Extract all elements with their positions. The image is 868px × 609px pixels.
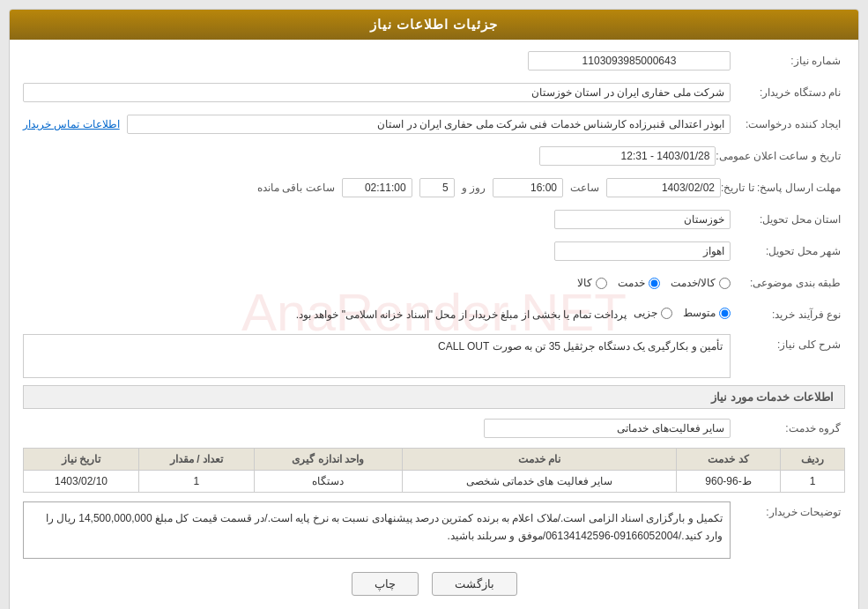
process-note: پرداخت تمام یا بخشی از مبلغ خریدار از مح…	[296, 307, 627, 323]
delivery-province-label: استان محل تحویل:	[731, 213, 845, 226]
remaining-time-label: ساعت باقی مانده	[257, 182, 335, 194]
buyer-org-row: نام دستگاه خریدار:	[23, 80, 845, 105]
cell-date: 1403/02/10	[24, 471, 139, 493]
need-description-label: شرح کلی نیاز:	[731, 334, 845, 351]
announcement-datetime-label: تاریخ و ساعت اعلان عمومی:	[716, 150, 845, 162]
subject-khidmat[interactable]: خدمت	[618, 277, 660, 289]
response-days-input[interactable]	[419, 178, 455, 197]
need-number-input[interactable]	[528, 51, 731, 71]
page-header: جزئیات اطلاعات نیاز	[10, 10, 858, 40]
print-button[interactable]: چاپ	[352, 572, 419, 596]
need-number-label: شماره نیاز:	[731, 55, 845, 67]
buyer-notes-box: تکمیل و بارگزاری اسناد الزامی است./ملاک …	[23, 501, 731, 559]
response-date-input[interactable]	[606, 178, 721, 197]
col-name: نام خدمت	[402, 449, 677, 471]
announcement-datetime-input[interactable]	[539, 146, 716, 166]
process-jozi[interactable]: جزیی	[634, 307, 672, 319]
page-title: جزئیات اطلاعات نیاز	[370, 17, 498, 32]
request-creator-row: ایجاد کننده درخواست: اطلاعات تماس خریدار	[23, 112, 845, 137]
col-quantity: تعداد / مقدار	[138, 449, 254, 471]
service-group-row: گروه خدمت:	[23, 416, 845, 441]
cell-unit: دستگاه	[254, 471, 402, 493]
cell-row: 1	[780, 471, 844, 493]
process-type-label: نوع فرآیند خرید:	[731, 308, 845, 321]
response-deadline-label: مهلت ارسال پاسخ: تا تاریخ:	[721, 182, 845, 194]
subject-kala-khidmat[interactable]: کالا/خدمت	[671, 277, 731, 289]
buyer-notes-row: توضیحات خریدار: تکمیل و بارگزاری اسناد ا…	[23, 501, 845, 559]
delivery-province-row: استان محل تحویل:	[23, 207, 845, 232]
delivery-province-input[interactable]	[554, 210, 731, 229]
request-creator-input[interactable]	[127, 115, 731, 134]
buyer-org-input[interactable]	[23, 83, 731, 102]
col-unit: واحد اندازه گیری	[254, 449, 402, 471]
cell-quantity: 1	[138, 471, 254, 493]
delivery-city-label: شهر محل تحویل:	[731, 245, 845, 257]
subject-label: طبقه بندی موضوعی:	[731, 277, 845, 289]
buyer-org-label: نام دستگاه خریدار:	[731, 86, 845, 99]
services-table: ردیف کد خدمت نام خدمت واحد اندازه گیری ت…	[23, 448, 845, 493]
subject-kala[interactable]: کالا	[577, 277, 607, 289]
col-date: تاریخ نیاز	[24, 449, 139, 471]
response-days-label: روز و	[462, 182, 486, 194]
response-time-label: ساعت	[570, 182, 599, 194]
request-creator-label: ایجاد کننده درخواست:	[731, 118, 845, 130]
service-group-label: گروه خدمت:	[731, 422, 845, 434]
need-number-row: شماره نیاز:	[23, 48, 845, 73]
services-section-header: اطلاعات خدمات مورد نیاز	[23, 385, 845, 409]
delivery-city-row: شهر محل تحویل:	[23, 239, 845, 264]
table-row: 1 ط-96-960 سایر فعالیت های خدماتی شخصی د…	[24, 471, 845, 493]
cell-code: ط-96-960	[677, 471, 781, 493]
need-description-box: تأمین و بکارگیری یک دستگاه جرثقیل 35 تن …	[23, 334, 731, 378]
col-row: ردیف	[780, 449, 844, 471]
service-group-input[interactable]	[484, 419, 731, 438]
subject-row: طبقه بندی موضوعی: کالا/خدمت خدمت کالا	[23, 271, 845, 295]
response-time-input[interactable]	[493, 178, 563, 197]
col-code: کد خدمت	[677, 449, 781, 471]
response-deadline-row: مهلت ارسال پاسخ: تا تاریخ: ساعت روز و سا…	[23, 175, 845, 200]
buyer-notes-label: توضیحات خریدار:	[731, 501, 845, 518]
announcement-datetime-row: تاریخ و ساعت اعلان عمومی:	[23, 144, 845, 168]
need-description-row: شرح کلی نیاز: تأمین و بکارگیری یک دستگاه…	[23, 334, 845, 378]
buttons-row: بازگشت چاپ	[23, 572, 845, 596]
process-motavaset[interactable]: متوسط	[683, 307, 731, 319]
delivery-city-input[interactable]	[554, 241, 731, 261]
remaining-time-input[interactable]	[342, 178, 412, 197]
process-type-row: نوع فرآیند خرید: متوسط جزیی پرداخت تمام …	[23, 302, 845, 327]
back-button[interactable]: بازگشت	[432, 572, 517, 596]
cell-name: سایر فعالیت های خدماتی شخصی	[402, 471, 677, 493]
contact-info-link[interactable]: اطلاعات تماس خریدار	[23, 118, 120, 130]
